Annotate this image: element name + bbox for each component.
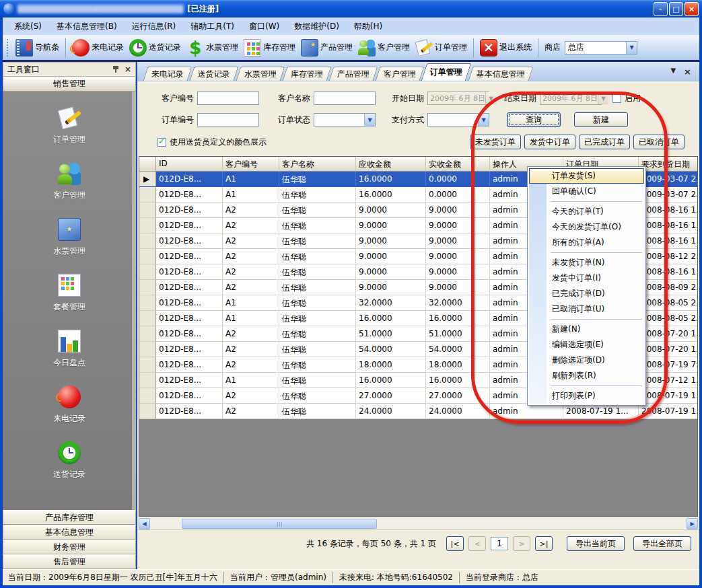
menubar-item[interactable]: 数据维护(D) xyxy=(287,18,347,35)
context-menu-item[interactable]: 刷新列表(R) xyxy=(529,368,644,383)
query-button[interactable]: 查询 xyxy=(507,112,561,127)
context-menu-item[interactable] xyxy=(529,199,644,204)
chevron-down-icon[interactable]: ▼ xyxy=(364,114,375,126)
enable-date-checkbox[interactable] xyxy=(612,94,621,103)
table-row[interactable]: 012D-E8... A2 伍华聪 24.0000 24.0000 admin … xyxy=(139,404,697,419)
toolbar-button[interactable]: 客户管理 xyxy=(355,38,413,58)
start-date-picker[interactable]: 2009年 6月 8日 ▼ xyxy=(427,91,489,105)
customer-name-input[interactable] xyxy=(314,91,376,105)
close-button[interactable]: × xyxy=(685,2,699,16)
pin-icon[interactable] xyxy=(112,65,119,73)
sidebar-group-bar[interactable]: 基本信息管理 xyxy=(3,525,136,540)
customer-no-input[interactable] xyxy=(197,91,259,105)
toolbar-button[interactable]: 订单管理 xyxy=(413,38,470,58)
context-menu-item[interactable] xyxy=(529,317,644,322)
prev-page-button[interactable]: < xyxy=(468,536,486,551)
context-menu-item[interactable]: 订单发货(S) xyxy=(529,168,644,184)
sidebar-group-bar[interactable]: 售后管理 xyxy=(3,554,136,569)
tab[interactable]: 订单管理 xyxy=(421,63,471,81)
toolbar-button[interactable]: 送货记录 xyxy=(127,38,184,58)
next-page-button[interactable]: > xyxy=(513,536,530,551)
order-status-filter-button[interactable]: 发货中订单 xyxy=(524,135,575,149)
tab[interactable]: 库存管理 xyxy=(283,67,332,81)
tab[interactable]: 客户管理 xyxy=(376,67,425,81)
page-number-input[interactable] xyxy=(491,537,508,550)
exit-system-button[interactable]: 退出系统 xyxy=(477,38,534,58)
tab[interactable]: 送货记录 xyxy=(190,67,239,81)
courier-color-checkbox[interactable] xyxy=(157,138,166,147)
sidebar-item[interactable]: 送货记录 xyxy=(53,441,85,480)
toolbar-button[interactable]: 来电记录 xyxy=(69,38,127,58)
tab-close-icon[interactable]: × xyxy=(684,67,691,77)
menubar-item[interactable]: 基本信息管理(B) xyxy=(49,18,125,35)
sidebar-item[interactable]: 水票管理 xyxy=(53,218,85,257)
context-menu-item[interactable]: 已完成订单(D) xyxy=(529,286,644,301)
minimize-button[interactable]: – xyxy=(654,2,668,16)
context-menu-item[interactable] xyxy=(529,383,644,388)
chevron-down-icon[interactable]: ▼ xyxy=(485,92,496,104)
scrollbar-thumb[interactable] xyxy=(182,519,377,529)
chevron-down-icon[interactable]: ▼ xyxy=(598,92,608,104)
sidebar-item[interactable]: 来电记录 xyxy=(53,385,85,425)
table-column-header[interactable]: 应收金额 xyxy=(356,157,426,172)
table-column-header[interactable]: ID xyxy=(156,157,223,172)
export-current-page-button[interactable]: 导出当前页 xyxy=(567,536,625,551)
menubar-item[interactable]: 辅助工具(T) xyxy=(183,18,242,35)
scroll-right-icon[interactable]: ▶ xyxy=(687,518,698,529)
chevron-down-icon[interactable]: ▼ xyxy=(478,114,489,126)
context-menu-item[interactable]: 打印列表(P) xyxy=(529,388,644,404)
sidebar-close-icon[interactable]: × xyxy=(125,65,131,73)
table-column-header[interactable]: 要求到货日期 xyxy=(639,157,698,172)
context-menu-item[interactable]: 已取消订单(U) xyxy=(529,301,644,317)
toolbar-button[interactable]: 库存管理 xyxy=(241,38,298,58)
horizontal-scrollbar[interactable]: ◀ ▶ xyxy=(139,518,698,529)
context-menu-item[interactable]: 今天的发货订单(O) xyxy=(529,219,644,235)
sidebar-item[interactable]: 订单管理 xyxy=(53,106,85,145)
sidebar-item[interactable]: 套餐管理 xyxy=(53,274,85,313)
toolbar-button[interactable]: 产品管理 xyxy=(298,38,355,58)
tab[interactable]: 基本信息管理 xyxy=(468,67,534,81)
store-select[interactable]: 总店 ▼ xyxy=(565,41,637,54)
export-all-pages-button[interactable]: 导出全部页 xyxy=(633,536,691,551)
scroll-left-icon[interactable]: ◀ xyxy=(139,518,150,529)
end-date-picker[interactable]: 2009年 6月 8日 ▼ xyxy=(540,91,602,105)
toolbar-button[interactable]: 水票管理 xyxy=(184,38,241,58)
maximize-button[interactable]: □ xyxy=(669,2,683,16)
tab[interactable]: 产品管理 xyxy=(329,67,378,81)
sidebar-group-sales[interactable]: 销售管理 xyxy=(3,77,136,91)
context-menu-item[interactable]: 所有的订单(A) xyxy=(529,235,644,250)
sidebar-item[interactable]: 客户管理 xyxy=(53,162,85,201)
context-menu-item[interactable] xyxy=(529,250,644,255)
last-page-button[interactable]: >| xyxy=(535,536,553,551)
context-menu-item[interactable]: 删除选定项(D) xyxy=(529,353,644,368)
context-menu-item[interactable]: 今天的订单(T) xyxy=(529,204,644,219)
order-no-input[interactable] xyxy=(197,113,259,126)
context-menu-item[interactable]: 回单确认(C) xyxy=(529,184,644,199)
pay-method-select[interactable]: ▼ xyxy=(427,113,489,126)
order-status-select[interactable]: ▼ xyxy=(314,113,376,126)
order-status-filter-button[interactable]: 已取消订单 xyxy=(633,135,685,149)
table-column-header[interactable]: 实收金额 xyxy=(426,157,490,172)
context-menu-item[interactable]: 发货中订单(I) xyxy=(529,270,644,286)
sidebar-item[interactable]: 今日盘点 xyxy=(53,330,85,369)
sidebar-group-bar[interactable]: 财务管理 xyxy=(3,540,136,554)
menubar-item[interactable]: 系统(S) xyxy=(7,18,49,35)
toolbar-grip[interactable] xyxy=(7,39,10,57)
context-menu-item[interactable]: 编辑选定项(E) xyxy=(529,337,644,353)
context-menu-item[interactable]: 未发货订单(N) xyxy=(529,255,644,270)
tab[interactable]: 来电记录 xyxy=(143,67,192,81)
context-menu-item[interactable]: 新建(N) xyxy=(529,322,644,337)
nav-strip-button[interactable]: 导航条 xyxy=(13,38,62,58)
new-button[interactable]: 新建 xyxy=(574,112,628,127)
menubar-item[interactable]: 窗口(W) xyxy=(242,18,287,35)
table-column-header[interactable]: 客户名称 xyxy=(279,157,356,172)
order-status-filter-button[interactable]: 已完成订单 xyxy=(579,135,630,149)
tab-dropdown-icon[interactable]: ▼ xyxy=(670,67,676,77)
first-page-button[interactable]: |< xyxy=(446,536,464,551)
table-column-header[interactable]: 客户编号 xyxy=(223,157,279,172)
sidebar-group-bar[interactable]: 产品库存管理 xyxy=(3,510,136,525)
tab[interactable]: 水票管理 xyxy=(236,67,285,81)
menubar-item[interactable]: 运行信息(R) xyxy=(125,18,184,35)
order-status-filter-button[interactable]: 未发货订单 xyxy=(470,135,521,149)
menubar-item[interactable]: 帮助(H) xyxy=(347,18,390,35)
